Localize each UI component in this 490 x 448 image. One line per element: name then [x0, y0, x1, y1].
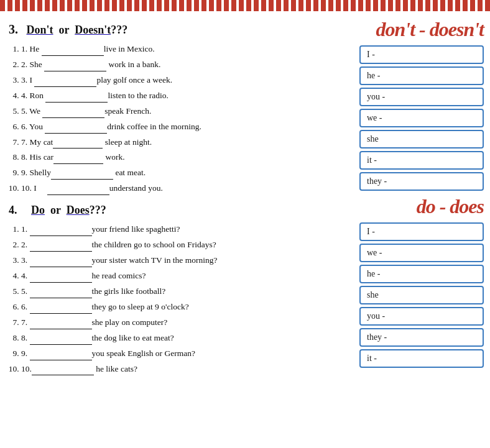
pronoun-do-2: we - — [359, 244, 484, 262]
pronoun-do-4: she — [359, 286, 484, 304]
q3-1: 1. He live in Mexico. — [21, 43, 352, 56]
pronoun-dont-3: you - — [359, 88, 484, 106]
blank-4-1[interactable] — [30, 227, 92, 236]
pronoun-do-7: it - — [359, 349, 484, 368]
section3-questions: 1. He live in Mexico. 2. She work in a b… — [21, 43, 352, 195]
q3-10: 10. I understand you. — [21, 182, 352, 195]
blank-3-1[interactable] — [42, 47, 104, 56]
q4-10: 10. he like cats? — [21, 363, 352, 376]
right-panel: don't - doesn't I - he - you - we - she … — [359, 17, 490, 384]
dont-pronouns-list: I - he - you - we - she it - they - — [359, 45, 484, 191]
left-panel: 3. Don't or Doesn't??? 1. He live in Mex… — [0, 17, 359, 384]
q3-6: 6. You drink coffee in the morning. — [21, 121, 352, 134]
blank-3-7[interactable] — [53, 140, 103, 149]
pronoun-dont-1: I - — [359, 45, 484, 64]
q4-3: 3. your sister watch TV in the morning? — [21, 254, 352, 267]
q4-2: 2. the children go to school on Fridays? — [21, 239, 352, 252]
dont-doesnt-title: don't - doesn't — [359, 19, 484, 40]
q4-5: 5. the girls like football? — [21, 285, 352, 298]
q3-8: 8. His car work. — [21, 151, 352, 164]
top-border — [0, 0, 490, 11]
blank-3-8[interactable] — [53, 155, 103, 164]
section3-header: 3. Don't or Doesn't??? — [9, 22, 352, 37]
q4-6: 6. they go to sleep at 9 o'clock? — [21, 301, 352, 314]
blank-4-5[interactable] — [30, 290, 92, 298]
blank-4-10[interactable] — [32, 367, 94, 375]
q3-3: 3. I play golf once a week. — [21, 74, 352, 87]
blank-3-10[interactable] — [47, 186, 109, 195]
q4-9: 9. you speak English or German? — [21, 347, 352, 360]
blank-4-3[interactable] — [30, 258, 92, 267]
pronoun-dont-5: she — [359, 130, 484, 149]
q4-7: 7. she play on computer? — [21, 316, 352, 329]
q3-5: 5. We speak French. — [21, 105, 352, 118]
q3-4: 4. Ron listen to the radio. — [21, 89, 352, 103]
blank-4-9[interactable] — [30, 352, 92, 360]
blank-4-6[interactable] — [30, 305, 92, 314]
blank-4-8[interactable] — [30, 336, 92, 345]
do-does-title: do - does — [359, 196, 484, 217]
blank-3-6[interactable] — [45, 125, 107, 134]
section4-number: 4. — [9, 204, 17, 216]
q3-7: 7. My cat sleep at night. — [21, 136, 352, 149]
blank-3-5[interactable] — [42, 109, 104, 118]
pronoun-dont-6: it - — [359, 151, 484, 170]
pronoun-do-5: you - — [359, 307, 484, 326]
blank-4-2[interactable] — [30, 243, 92, 252]
section4-header: 4. Do or Does??? — [9, 204, 352, 217]
pronoun-dont-2: he - — [359, 66, 484, 85]
blank-3-4[interactable] — [45, 94, 108, 103]
blank-3-2[interactable] — [44, 63, 106, 71]
doesnt-link[interactable]: Doesn't — [75, 24, 111, 36]
q4-8: 8. the dog like to eat meat? — [21, 332, 352, 345]
blank-3-3[interactable] — [34, 78, 96, 87]
blank-4-7[interactable] — [30, 321, 92, 329]
pronoun-do-3: he - — [359, 265, 484, 283]
pronoun-do-6: they - — [359, 328, 484, 347]
pronoun-dont-4: we - — [359, 109, 484, 127]
q4-1: 1. your friend like spaghetti? — [21, 223, 352, 236]
section3-number: 3. — [9, 22, 18, 36]
dont-link[interactable]: Don't — [27, 24, 53, 36]
does-link[interactable]: Does — [67, 204, 90, 216]
blank-4-4[interactable] — [30, 274, 92, 283]
q3-9: 9. Shelly eat meat. — [21, 167, 352, 180]
section4-questions: 1. your friend like spaghetti? 2. the ch… — [21, 223, 352, 375]
do-link[interactable]: Do — [31, 204, 45, 216]
do-pronouns-list: I - we - he - she you - they - it - — [359, 222, 484, 368]
blank-3-9[interactable] — [51, 171, 113, 180]
q3-2: 2. She work in a bank. — [21, 58, 352, 71]
pronoun-do-1: I - — [359, 222, 484, 241]
pronoun-dont-7: they - — [359, 172, 484, 191]
q4-4: 4. he read comics? — [21, 270, 352, 283]
